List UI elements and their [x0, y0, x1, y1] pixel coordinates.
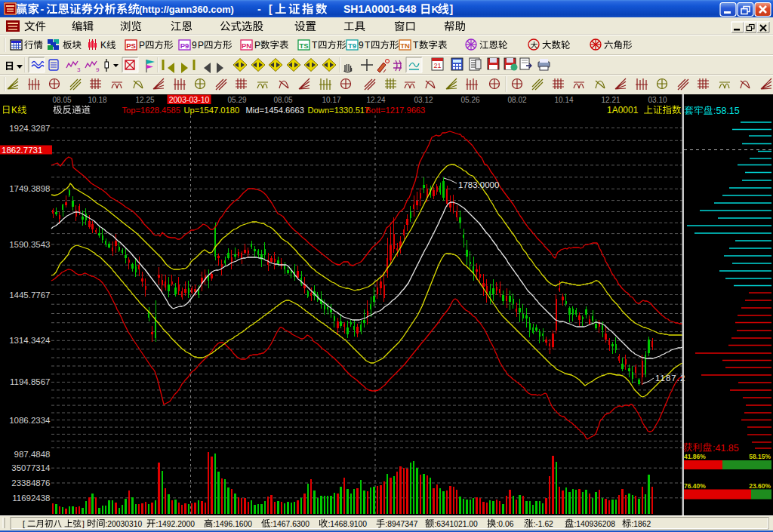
svg-text:PS: PS	[126, 42, 136, 50]
svg-text:1783.0000: 1783.0000	[458, 180, 499, 189]
svg-text:58.15%: 58.15%	[749, 453, 771, 460]
svg-text:Bott=1217.9663: Bott=1217.9663	[365, 106, 425, 115]
svg-text:T: T	[413, 40, 419, 51]
svg-text:T9: T9	[348, 42, 356, 50]
svg-text::8947347: :8947347	[386, 520, 418, 528]
svg-text::41.85: :41.85	[713, 443, 739, 454]
svg-text:[: [	[23, 520, 25, 528]
svg-text:-: -	[257, 3, 261, 15]
svg-text::0.06: :0.06	[497, 520, 514, 528]
svg-text:10.18: 10.18	[88, 96, 106, 104]
svg-text:03.12: 03.12	[414, 96, 433, 104]
svg-text:21: 21	[433, 62, 441, 69]
svg-text:Mid=1454.6663: Mid=1454.6663	[246, 106, 304, 115]
svg-text:SH1A0001-648: SH1A0001-648	[343, 3, 417, 15]
svg-text:23384876: 23384876	[11, 478, 50, 487]
svg-text::1467.6300: :1467.6300	[271, 520, 310, 528]
svg-text:41.86%: 41.86%	[684, 453, 706, 460]
svg-text:T: T	[312, 40, 318, 51]
svg-text:10.14: 10.14	[554, 96, 573, 104]
svg-text:987.4848: 987.4848	[14, 450, 51, 459]
svg-text::1496.1600: :1496.1600	[214, 520, 253, 528]
svg-text::1862: :1862	[632, 520, 651, 528]
svg-text:12.25: 12.25	[135, 96, 154, 104]
svg-text:K: K	[432, 4, 439, 15]
svg-text::-1.62: :-1.62	[534, 520, 554, 528]
svg-text:9: 9	[96, 66, 100, 73]
svg-text:1590.3543: 1590.3543	[9, 240, 50, 249]
svg-text:10.17: 10.17	[322, 96, 340, 104]
svg-text:1187.2: 1187.2	[655, 374, 685, 383]
svg-text:35077314: 35077314	[11, 463, 51, 472]
svg-text:-: -	[41, 3, 45, 15]
svg-text::6341021.00: :6341021.00	[435, 520, 479, 528]
svg-text:05.26: 05.26	[460, 96, 479, 104]
svg-text:1862.7731: 1862.7731	[2, 146, 42, 155]
svg-text:Up=1547.0180: Up=1547.0180	[184, 106, 240, 115]
svg-text:08.02: 08.02	[507, 96, 526, 104]
svg-text:P: P	[254, 40, 260, 51]
svg-text:P: P	[139, 40, 145, 51]
svg-text:(http://gann360.com): (http://gann360.com)	[139, 4, 234, 15]
svg-text::1492.2000: :1492.2000	[156, 520, 196, 528]
svg-text:T: T	[365, 40, 371, 51]
svg-text::20030310: :20030310	[106, 520, 143, 528]
svg-text:03.10: 03.10	[648, 96, 667, 104]
svg-text::140936208: :140936208	[574, 520, 616, 528]
svg-text:PN: PN	[242, 42, 251, 50]
svg-text:TN: TN	[400, 42, 410, 50]
svg-text:1A0001: 1A0001	[607, 105, 639, 115]
svg-text:K: K	[100, 40, 106, 51]
svg-text:9: 9	[192, 40, 197, 51]
svg-text::1468.9100: :1468.9100	[328, 520, 368, 528]
svg-text:1194.8567: 1194.8567	[10, 377, 51, 386]
svg-text:P: P	[198, 40, 204, 51]
svg-text:08.05: 08.05	[273, 96, 292, 104]
svg-text:11692438: 11692438	[12, 494, 50, 503]
svg-text:Down=1330.517: Down=1330.517	[308, 106, 370, 115]
svg-text:1924.3287: 1924.3287	[9, 124, 50, 133]
svg-text:]: ]	[450, 3, 454, 15]
svg-text:Top=1628.4585: Top=1628.4585	[122, 106, 180, 115]
svg-text:08.05: 08.05	[52, 96, 71, 104]
svg-text:23.60%: 23.60%	[749, 482, 771, 490]
svg-text:1086.2334: 1086.2334	[9, 416, 51, 425]
svg-text:9: 9	[359, 40, 364, 51]
svg-text:2003-03-10: 2003-03-10	[169, 95, 210, 104]
svg-text:P9: P9	[180, 42, 189, 50]
svg-text:1749.3898: 1749.3898	[9, 184, 50, 193]
svg-text::58.15: :58.15	[713, 106, 740, 116]
svg-text:3: 3	[77, 66, 81, 73]
svg-text:TS: TS	[299, 42, 308, 50]
svg-text:]: ]	[82, 520, 85, 528]
svg-text:1314.3424: 1314.3424	[9, 336, 51, 345]
svg-text:76.40%: 76.40%	[684, 482, 706, 490]
svg-text:[: [	[269, 3, 273, 15]
svg-text:05.29: 05.29	[227, 96, 246, 104]
svg-text:12.21: 12.21	[601, 96, 620, 104]
svg-text:1445.7767: 1445.7767	[9, 291, 50, 300]
svg-text:K: K	[11, 105, 17, 115]
svg-text:12.24: 12.24	[366, 96, 385, 104]
